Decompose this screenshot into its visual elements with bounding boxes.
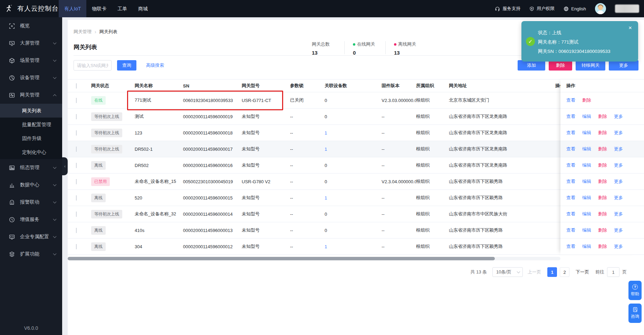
row-action-删除[interactable]: 删除 — [598, 178, 607, 185]
row-action-编辑[interactable]: 编辑 — [582, 162, 591, 168]
row-checkbox[interactable] — [76, 130, 77, 136]
language-switch[interactable]: English — [564, 6, 586, 11]
row-action-更多[interactable]: 更多 — [614, 195, 623, 201]
sidebar-collapse-handle[interactable]: ‹ — [62, 157, 68, 175]
sidebar-item-网关管理[interactable]: 网关管理 — [0, 86, 62, 104]
scrollbar-thumb[interactable] — [68, 257, 495, 260]
sidebar-item-概览[interactable]: 概览 — [0, 17, 62, 35]
action-row: 查看编辑删除更多 — [560, 206, 638, 222]
help-button[interactable]: ? 帮助 — [628, 281, 642, 300]
row-action-编辑[interactable]: 编辑 — [582, 178, 591, 185]
sidebar-item-扩展功能[interactable]: 扩展功能 — [0, 245, 62, 263]
consult-button[interactable]: 咨询 — [628, 304, 642, 323]
sidebar-item-报警联动[interactable]: 报警联动 — [0, 194, 62, 211]
advanced-search-link[interactable]: 高级搜索 — [146, 62, 164, 68]
row-action-更多[interactable]: 更多 — [614, 178, 623, 185]
row-checkbox[interactable] — [76, 212, 77, 217]
row-action-删除[interactable]: 删除 — [598, 162, 607, 168]
row-action-删除[interactable]: 删除 — [598, 243, 607, 250]
row-action-查看[interactable]: 查看 — [566, 162, 575, 168]
row-action-查看[interactable]: 查看 — [566, 178, 575, 185]
sidebar-item-企业专属配置[interactable]: 企业专属配置 — [0, 228, 62, 245]
row-action-删除[interactable]: 删除 — [598, 146, 607, 152]
row-action-查看[interactable]: 查看 — [566, 227, 575, 233]
row-action-编辑[interactable]: 编辑 — [582, 113, 591, 120]
username-redacted[interactable] — [615, 4, 639, 13]
row-action-查看[interactable]: 查看 — [566, 97, 575, 103]
sidebar-subitem-固件升级[interactable]: 固件升级 — [0, 131, 62, 145]
user-avatar[interactable] — [595, 3, 606, 14]
page-size-select[interactable]: 10条/页 — [492, 267, 523, 277]
row-action-编辑[interactable]: 编辑 — [582, 243, 591, 250]
goto-page-input[interactable] — [607, 267, 619, 277]
row-action-编辑[interactable]: 编辑 — [582, 146, 591, 152]
service-support[interactable]: 服务支持 — [495, 6, 520, 12]
top-tab-工单[interactable]: 工单 — [112, 0, 133, 17]
sidebar-item-场景管理[interactable]: 场景管理 — [0, 52, 62, 69]
row-action-删除[interactable]: 删除 — [582, 97, 591, 103]
row-action-查看[interactable]: 查看 — [566, 211, 575, 217]
prev-page-button[interactable]: 上一页 — [528, 269, 541, 275]
row-action-删除[interactable]: 删除 — [598, 227, 607, 233]
sidebar-item-增值服务[interactable]: 增值服务 — [0, 211, 62, 228]
search-input[interactable] — [74, 60, 112, 71]
row-checkbox[interactable] — [76, 98, 77, 103]
row-action-更多[interactable]: 更多 — [614, 146, 623, 152]
delete-button[interactable]: 删除 — [549, 60, 572, 71]
sidebar-subitem-网关列表[interactable]: 网关列表 — [0, 104, 62, 118]
row-action-编辑[interactable]: 编辑 — [582, 211, 591, 217]
top-tab-有人IoT[interactable]: 有人IoT — [59, 0, 86, 17]
row-action-删除[interactable]: 删除 — [598, 211, 607, 217]
row-checkbox[interactable] — [76, 147, 77, 152]
linked-devices-cell[interactable]: 1 — [325, 147, 382, 152]
row-action-更多[interactable]: 更多 — [614, 162, 623, 168]
row-action-删除[interactable]: 删除 — [598, 130, 607, 136]
page-button-1[interactable]: 1 — [547, 267, 557, 277]
sidebar-item-数据中心[interactable]: 数据中心 — [0, 176, 62, 194]
row-action-查看[interactable]: 查看 — [566, 130, 575, 136]
row-action-更多[interactable]: 更多 — [614, 243, 623, 250]
row-checkbox[interactable] — [76, 179, 77, 184]
horizontal-scrollbar — [68, 257, 644, 260]
row-action-查看[interactable]: 查看 — [566, 195, 575, 201]
top-tab-物联卡[interactable]: 物联卡 — [86, 0, 112, 17]
linked-devices-cell[interactable]: 1 — [325, 130, 382, 136]
toast-close-icon[interactable]: × — [628, 25, 632, 31]
row-action-更多[interactable]: 更多 — [614, 113, 623, 120]
linked-devices-cell[interactable]: 1 — [325, 195, 382, 201]
top-tab-商城[interactable]: 商城 — [133, 0, 153, 17]
row-action-编辑[interactable]: 编辑 — [582, 130, 591, 136]
row-action-查看[interactable]: 查看 — [566, 113, 575, 120]
user-permissions[interactable]: 用户权限 — [529, 6, 555, 12]
row-action-更多[interactable]: 更多 — [614, 211, 623, 217]
more-button[interactable]: 更多 — [609, 60, 638, 71]
next-page-button[interactable]: 下一页 — [576, 269, 589, 275]
row-checkbox[interactable] — [76, 228, 77, 233]
logo[interactable]: 有人云控制台 — [0, 3, 59, 14]
select-all-checkbox[interactable] — [76, 83, 77, 89]
sidebar-item-设备管理[interactable]: 设备管理 — [0, 69, 62, 86]
gateway-name-cell: 未命名_设备名称_15 — [135, 178, 183, 185]
row-action-更多[interactable]: 更多 — [614, 227, 623, 233]
transfer-gateway-button[interactable]: 转移网关 — [576, 60, 605, 71]
row-action-编辑[interactable]: 编辑 — [582, 227, 591, 233]
row-checkbox[interactable] — [76, 114, 77, 119]
sidebar-subitem-定制化中心[interactable]: 定制化中心 — [0, 145, 62, 159]
row-action-查看[interactable]: 查看 — [566, 146, 575, 152]
row-action-删除[interactable]: 删除 — [598, 113, 607, 120]
sidebar-item-组态管理[interactable]: 组态管理 — [0, 159, 62, 176]
sidebar-item-大屏管理[interactable]: 大屏管理 — [0, 35, 62, 52]
row-checkbox[interactable] — [76, 244, 77, 249]
add-button[interactable]: 添加 — [518, 60, 545, 71]
row-checkbox[interactable] — [76, 163, 77, 168]
row-action-查看[interactable]: 查看 — [566, 243, 575, 250]
page-button-2[interactable]: 2 — [560, 267, 569, 277]
linked-devices-cell[interactable]: 1 — [325, 244, 382, 249]
row-action-编辑[interactable]: 编辑 — [582, 195, 591, 201]
breadcrumb-parent[interactable]: 网关管理 — [74, 29, 92, 35]
row-action-更多[interactable]: 更多 — [614, 130, 623, 136]
row-checkbox[interactable] — [76, 195, 77, 201]
query-button[interactable]: 查询 — [117, 60, 136, 71]
sidebar-subitem-批量配置管理[interactable]: 批量配置管理 — [0, 118, 62, 131]
row-action-删除[interactable]: 删除 — [598, 195, 607, 201]
